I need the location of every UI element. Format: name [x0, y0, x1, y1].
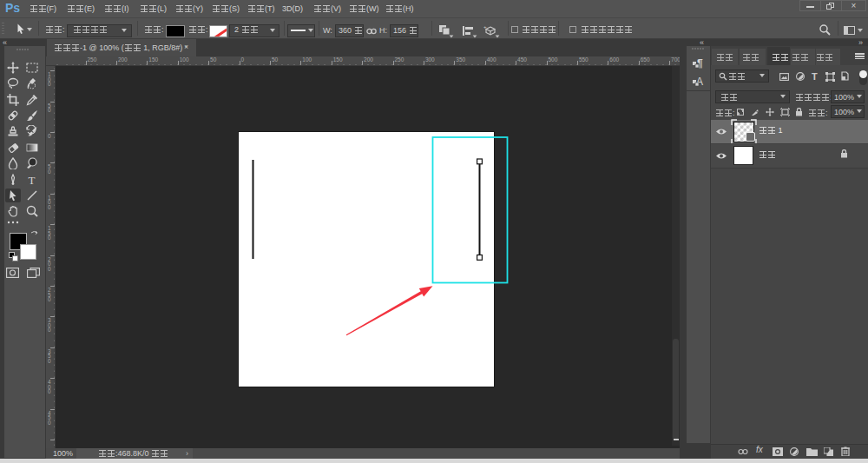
svg-text:+: + — [483, 24, 487, 30]
svg-text:T: T — [29, 174, 36, 186]
